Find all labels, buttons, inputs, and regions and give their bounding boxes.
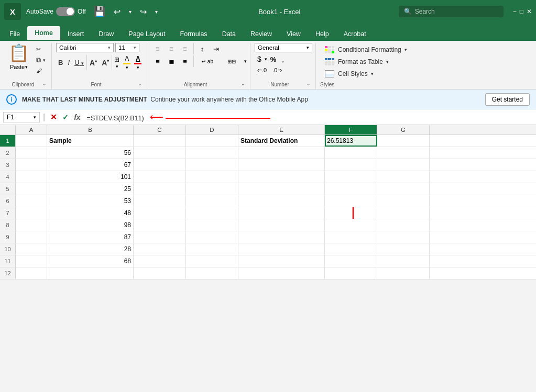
number-launcher[interactable]: ⌄	[305, 81, 312, 87]
cell-c6[interactable]	[134, 195, 186, 207]
align-top-button[interactable]: ≡	[151, 43, 164, 54]
align-middle-button[interactable]: ≡	[165, 43, 178, 54]
cell-a3[interactable]	[16, 159, 47, 171]
undo-arrow[interactable]: ▾	[126, 8, 134, 16]
cell-a4[interactable]	[16, 171, 47, 183]
cell-c1[interactable]	[134, 135, 186, 147]
cell-g12[interactable]	[377, 267, 430, 279]
insert-function-button[interactable]: fx	[72, 112, 82, 122]
minimize-icon[interactable]: −	[513, 8, 517, 15]
merge-button[interactable]: ⊞⊟	[220, 55, 243, 67]
cell-d2[interactable]	[186, 147, 238, 159]
highlight-arrow[interactable]: ▾	[126, 65, 128, 70]
cell-f2[interactable]	[325, 147, 377, 159]
cell-g2[interactable]	[377, 147, 430, 159]
cell-a11[interactable]	[16, 255, 47, 267]
cell-g8[interactable]	[377, 219, 430, 231]
cell-a8[interactable]	[16, 219, 47, 231]
format-painter-button[interactable]: 🖌	[34, 66, 48, 75]
copy-arrow[interactable]: ▾	[43, 58, 46, 63]
more-commands-icon[interactable]: ▾	[152, 8, 160, 16]
bold-button[interactable]: B	[56, 58, 65, 68]
cell-d3[interactable]	[186, 159, 238, 171]
cell-a9[interactable]	[16, 231, 47, 243]
align-right-button[interactable]: ≡	[179, 55, 191, 67]
cell-b12[interactable]	[47, 267, 134, 279]
cell-f8[interactable]	[325, 219, 377, 231]
accounting-button[interactable]: $	[255, 54, 264, 64]
borders-button[interactable]: ⊞ ▾	[113, 55, 121, 70]
merge-arrow[interactable]: ▾	[244, 59, 247, 64]
redo-icon[interactable]: ↪	[137, 6, 149, 18]
cell-e2[interactable]	[238, 147, 325, 159]
cell-b10[interactable]: 28	[47, 243, 134, 255]
comma-button[interactable]: ,	[279, 54, 287, 64]
cell-g7[interactable]	[377, 207, 430, 219]
font-grow-button[interactable]: A▴	[87, 58, 99, 68]
italic-button[interactable]: I	[65, 58, 72, 68]
cell-c4[interactable]	[134, 171, 186, 183]
font-shrink-button[interactable]: A▾	[100, 58, 111, 68]
cell-styles-button[interactable]: Cell Styles ▾	[320, 68, 378, 80]
cell-d9[interactable]	[186, 231, 238, 243]
cell-f12[interactable]	[325, 267, 377, 279]
cell-c9[interactable]	[134, 231, 186, 243]
wrap-text-button[interactable]: ↵ ab	[196, 55, 219, 67]
cell-f6[interactable]	[325, 195, 377, 207]
cell-f3[interactable]	[325, 159, 377, 171]
cell-g6[interactable]	[377, 195, 430, 207]
cell-a2[interactable]	[16, 147, 47, 159]
cell-d7[interactable]	[186, 207, 238, 219]
cell-f1[interactable]: 26.51813	[325, 135, 377, 147]
col-header-f[interactable]: F	[325, 125, 377, 135]
cell-e5[interactable]	[238, 183, 325, 195]
cut-button[interactable]: ✂	[34, 45, 48, 54]
clipboard-launcher[interactable]: ⌄	[41, 81, 48, 87]
cell-e10[interactable]	[238, 243, 325, 255]
cell-d12[interactable]	[186, 267, 238, 279]
search-box[interactable]: 🔍	[399, 6, 504, 17]
cell-g11[interactable]	[377, 255, 430, 267]
tab-file[interactable]: File	[2, 27, 27, 41]
cell-a7[interactable]	[16, 207, 47, 219]
cell-e6[interactable]	[238, 195, 325, 207]
underline-arrow[interactable]: ▾	[81, 61, 84, 66]
tab-review[interactable]: Review	[243, 27, 279, 41]
cell-a6[interactable]	[16, 195, 47, 207]
tab-acrobat[interactable]: Acrobat	[336, 27, 374, 41]
underline-button[interactable]: U ▾	[72, 58, 86, 68]
cell-b5[interactable]: 25	[47, 183, 134, 195]
cell-b6[interactable]: 53	[47, 195, 134, 207]
cell-c10[interactable]	[134, 243, 186, 255]
cell-d10[interactable]	[186, 243, 238, 255]
cell-a12[interactable]	[16, 267, 47, 279]
cell-c12[interactable]	[134, 267, 186, 279]
paste-arrow[interactable]: ▾	[25, 64, 28, 70]
cell-e4[interactable]	[238, 171, 325, 183]
cell-b9[interactable]: 87	[47, 231, 134, 243]
close-icon[interactable]: ✕	[527, 8, 532, 15]
align-left-button[interactable]: ≡	[151, 55, 164, 67]
tab-insert[interactable]: Insert	[60, 27, 91, 41]
conditional-formatting-button[interactable]: Conditional Formatting ▾	[320, 44, 411, 55]
cell-d1[interactable]	[186, 135, 238, 147]
copy-button[interactable]: ⧉ ▾	[34, 55, 48, 65]
cell-g10[interactable]	[377, 243, 430, 255]
cell-c11[interactable]	[134, 255, 186, 267]
cell-a5[interactable]	[16, 183, 47, 195]
autosave-toggle[interactable]	[56, 7, 75, 16]
cell-e7[interactable]	[238, 207, 325, 219]
tab-page-layout[interactable]: Page Layout	[121, 27, 172, 41]
cell-g4[interactable]	[377, 171, 430, 183]
tab-help[interactable]: Help	[308, 27, 336, 41]
percent-button[interactable]: %	[268, 54, 279, 64]
get-started-button[interactable]: Get started	[485, 93, 530, 106]
col-header-c[interactable]: C	[134, 125, 186, 135]
paste-button[interactable]: 📋	[5, 43, 32, 63]
cell-c2[interactable]	[134, 147, 186, 159]
formula-cancel-button[interactable]: ✕	[48, 111, 59, 123]
cell-g3[interactable]	[377, 159, 430, 171]
save-icon[interactable]: 💾	[91, 5, 108, 18]
col-header-e[interactable]: E	[238, 125, 325, 135]
align-bottom-button[interactable]: ≡	[179, 43, 191, 54]
